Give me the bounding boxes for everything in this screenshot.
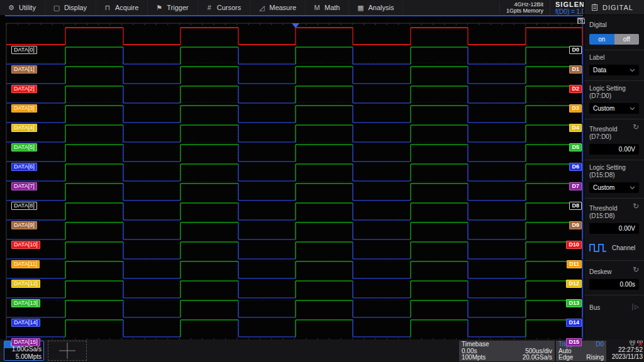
thresh2-input[interactable]: 0.00V (589, 223, 639, 234)
menu-items: ⚙Utility▢Display⊓Acquire⚑Trigger#Cursors… (0, 0, 403, 15)
chevron-down-icon (630, 107, 635, 111)
channel-badge-D9[interactable]: D9 (569, 221, 582, 229)
logic1-sub: (D7:D0) (589, 92, 639, 100)
menu-item-display[interactable]: ▢Display (45, 0, 96, 15)
menu-item-label: Acquire (115, 4, 138, 11)
channel-label-D12[interactable]: DATA[12] (11, 280, 40, 288)
channel-badge-D10[interactable]: D10 (566, 241, 582, 249)
channel-badge-D3[interactable]: D3 (569, 104, 582, 112)
channel-label-D14[interactable]: DATA[14] (11, 319, 40, 327)
oscilloscope-screen: ⚙Utility▢Display⊓Acquire⚑Trigger#Cursors… (0, 0, 644, 362)
logic2-title: Logic Setting (589, 164, 639, 172)
monitor-icon: ▢ (53, 4, 60, 12)
logic2-select[interactable]: Custom (589, 182, 639, 193)
waveform-svg (0, 15, 584, 339)
channel-label-D13[interactable]: DATA[13] (11, 299, 40, 307)
label-section-title: Label (589, 54, 639, 62)
logic1-select-value: Custom (593, 105, 614, 112)
menu-item-label: Utility (19, 4, 36, 11)
timebase-box[interactable]: Timebase 0.00s 500us/div 100Mpts 20.0GSa… (459, 341, 555, 361)
label-select[interactable]: Data (589, 65, 639, 75)
digital-on-button[interactable]: on (589, 34, 614, 45)
menu-item-label: Measure (269, 4, 296, 11)
digital-sample-rate: 1.00GSa/s (12, 346, 42, 353)
spec-block: 4GHz-12Bit 1Gpts Memory (499, 1, 550, 14)
channel-label-D11[interactable]: DATA[11] (11, 260, 40, 268)
thresh1-input[interactable]: 0.00V (589, 144, 639, 155)
channel-badge-D4[interactable]: D4 (569, 124, 582, 132)
channel-label-D3[interactable]: DATA[3] (11, 104, 37, 112)
bus-row[interactable]: Bus │▷ (589, 302, 639, 312)
logic2-sub: (D15:D8) (589, 172, 639, 179)
trigger-source: D0 (596, 341, 604, 348)
channel-row[interactable]: Channel (589, 243, 639, 253)
timebase-title: Timebase (462, 341, 489, 348)
channel-badge-D2[interactable]: D2 (569, 85, 582, 93)
menu-item-label: Cursors (217, 4, 242, 11)
trigger-type: Edge (558, 354, 573, 361)
channel-label-D6[interactable]: DATA[6] (11, 163, 37, 171)
channel-label-D9[interactable]: DATA[9] (11, 221, 37, 229)
panel-title: DIGITAL (602, 4, 633, 11)
channel-badge-D1[interactable]: D1 (569, 65, 582, 74)
flip-page-icon[interactable] (577, 18, 584, 25)
channel-badge-D13[interactable]: D13 (566, 299, 582, 307)
channel-badge-D12[interactable]: D12 (566, 280, 582, 288)
channel-label-D15[interactable]: DATA[15] (11, 338, 40, 346)
thresh2-title: Threshold (589, 205, 617, 212)
channel-badge-D8[interactable]: D8 (569, 202, 582, 210)
menu-item-measure[interactable]: ◿Measure (250, 0, 306, 15)
math-icon: M (313, 4, 321, 11)
channel-badge-D15[interactable]: D15 (566, 338, 582, 346)
channel-badge-D11[interactable]: D11 (567, 260, 582, 268)
logic2-select-value: Custom (593, 184, 614, 191)
clock-box[interactable]: 22:27:52 2023/11/13 (606, 341, 643, 361)
deskew-input[interactable]: 0.00s (589, 279, 639, 290)
channel-label-D8[interactable]: DATA[8] (11, 202, 37, 210)
bus-title: Bus (589, 304, 600, 312)
lan-error-icon (637, 341, 643, 346)
thresh1-sub: (D7:D0) (589, 133, 617, 141)
spec-line1: 4GHz-12Bit (506, 1, 543, 8)
refresh-icon[interactable]: ↻ (633, 202, 639, 210)
divider (584, 119, 644, 119)
plus-icon (59, 343, 75, 359)
digital-off-button[interactable]: off (614, 34, 640, 45)
add-channel-button[interactable] (48, 341, 87, 361)
waveform-area[interactable]: DATA[0]D0DATA[1]D1DATA[2]D2DATA[3]D3DATA… (0, 15, 584, 339)
channel-label-D0[interactable]: DATA[0] (11, 46, 37, 54)
menu-item-cursors[interactable]: #Cursors (198, 0, 251, 15)
clock-time: 22:27:52 (606, 346, 643, 353)
chevron-down-icon (630, 186, 635, 190)
thresh1-title: Threshold (589, 126, 617, 133)
channel-label-D10[interactable]: DATA[10] (11, 241, 40, 249)
bottombar: D 1.00GSa/s 5.00Mpts Timebase 0.00s 500u… (0, 339, 644, 362)
channel-badge-D7[interactable]: D7 (569, 182, 582, 190)
gear-icon: ⚙ (8, 4, 15, 12)
channel-label-D4[interactable]: DATA[4] (11, 124, 37, 132)
channel-label-D2[interactable]: DATA[2] (11, 85, 37, 93)
channel-label-D7[interactable]: DATA[7] (11, 182, 37, 190)
channel-badge-D0[interactable]: D0 (569, 46, 582, 54)
channel-badge-D14[interactable]: D14 (566, 319, 582, 327)
logic1-select[interactable]: Custom (589, 103, 639, 114)
menu-item-analysis[interactable]: ▦Analysis (349, 0, 403, 15)
logic1-title: Logic Setting (589, 85, 639, 92)
channel-row-label: Channel (612, 244, 635, 251)
menu-item-utility[interactable]: ⚙Utility (0, 0, 45, 15)
menu-item-math[interactable]: MMath (306, 0, 349, 15)
refresh-icon[interactable]: ↻ (633, 123, 639, 131)
thresh1-value: 0.00V (619, 146, 635, 153)
menu-item-label: Display (64, 4, 87, 11)
channel-badge-D5[interactable]: D5 (569, 143, 582, 151)
thresh2-sub: (D15:D8) (589, 212, 617, 220)
channel-badge-D6[interactable]: D6 (569, 163, 582, 171)
menu-item-acquire[interactable]: ⊓Acquire (96, 0, 148, 15)
channel-label-D5[interactable]: DATA[5] (11, 143, 37, 151)
refresh-icon[interactable]: ↻ (633, 266, 639, 273)
digital-label: Digital (589, 21, 639, 29)
menu-item-trigger[interactable]: ⚑Trigger (148, 0, 197, 15)
divider (584, 198, 644, 199)
channel-waveform-icon (589, 243, 607, 253)
channel-label-D1[interactable]: DATA[1] (11, 65, 37, 74)
